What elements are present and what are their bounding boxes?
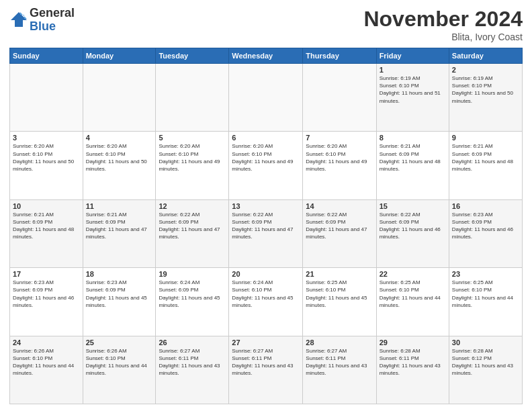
calendar-cell bbox=[156, 64, 229, 132]
calendar-cell: 24Sunrise: 6:26 AMSunset: 6:10 PMDayligh… bbox=[10, 336, 83, 404]
day-info: Sunrise: 6:25 AMSunset: 6:10 PMDaylight:… bbox=[452, 279, 519, 309]
calendar-cell: 11Sunrise: 6:21 AMSunset: 6:09 PMDayligh… bbox=[83, 199, 156, 267]
day-info: Sunrise: 6:23 AMSunset: 6:09 PMDaylight:… bbox=[13, 279, 80, 309]
col-thursday: Thursday bbox=[303, 48, 376, 64]
calendar-cell: 5Sunrise: 6:20 AMSunset: 6:10 PMDaylight… bbox=[156, 132, 229, 199]
day-number: 2 bbox=[452, 66, 519, 74]
calendar-cell: 14Sunrise: 6:22 AMSunset: 6:09 PMDayligh… bbox=[303, 199, 376, 267]
day-number: 18 bbox=[86, 270, 153, 278]
day-info: Sunrise: 6:20 AMSunset: 6:10 PMDaylight:… bbox=[13, 142, 80, 173]
day-number: 24 bbox=[13, 338, 80, 347]
calendar-week-3: 10Sunrise: 6:21 AMSunset: 6:09 PMDayligh… bbox=[10, 199, 523, 267]
col-wednesday: Wednesday bbox=[229, 48, 303, 64]
calendar-cell: 22Sunrise: 6:25 AMSunset: 6:10 PMDayligh… bbox=[376, 268, 449, 336]
day-number: 29 bbox=[380, 338, 446, 347]
logo-text: General Blue bbox=[30, 7, 75, 34]
calendar-cell: 17Sunrise: 6:23 AMSunset: 6:09 PMDayligh… bbox=[10, 268, 83, 336]
calendar-cell: 18Sunrise: 6:23 AMSunset: 6:09 PMDayligh… bbox=[83, 268, 156, 336]
day-info: Sunrise: 6:21 AMSunset: 6:09 PMDaylight:… bbox=[452, 142, 519, 173]
day-info: Sunrise: 6:25 AMSunset: 6:10 PMDaylight:… bbox=[380, 279, 446, 309]
calendar-cell: 29Sunrise: 6:28 AMSunset: 6:11 PMDayligh… bbox=[376, 336, 449, 404]
calendar-cell: 19Sunrise: 6:24 AMSunset: 6:09 PMDayligh… bbox=[156, 268, 229, 336]
calendar-cell: 27Sunrise: 6:27 AMSunset: 6:11 PMDayligh… bbox=[229, 336, 303, 404]
calendar-cell: 30Sunrise: 6:28 AMSunset: 6:12 PMDayligh… bbox=[449, 336, 522, 404]
calendar-cell: 12Sunrise: 6:22 AMSunset: 6:09 PMDayligh… bbox=[156, 199, 229, 267]
calendar-header: Sunday Monday Tuesday Wednesday Thursday… bbox=[10, 48, 523, 64]
day-info: Sunrise: 6:25 AMSunset: 6:10 PMDaylight:… bbox=[306, 279, 373, 309]
day-number: 7 bbox=[306, 134, 373, 142]
day-info: Sunrise: 6:24 AMSunset: 6:09 PMDaylight:… bbox=[159, 279, 226, 309]
day-number: 21 bbox=[306, 270, 373, 278]
day-info: Sunrise: 6:23 AMSunset: 6:09 PMDaylight:… bbox=[452, 211, 519, 241]
day-number: 23 bbox=[452, 270, 519, 278]
logo: General Blue bbox=[9, 7, 75, 34]
col-monday: Monday bbox=[83, 48, 156, 64]
calendar-cell bbox=[10, 64, 83, 132]
logo-icon bbox=[9, 11, 28, 30]
day-info: Sunrise: 6:22 AMSunset: 6:09 PMDaylight:… bbox=[159, 211, 226, 241]
col-friday: Friday bbox=[376, 48, 449, 64]
day-number: 10 bbox=[13, 202, 80, 210]
calendar-cell: 8Sunrise: 6:21 AMSunset: 6:09 PMDaylight… bbox=[376, 132, 449, 199]
day-info: Sunrise: 6:27 AMSunset: 6:11 PMDaylight:… bbox=[306, 347, 373, 377]
calendar-table: Sunday Monday Tuesday Wednesday Thursday… bbox=[9, 48, 523, 404]
day-number: 5 bbox=[159, 134, 226, 142]
logo-general: General bbox=[30, 7, 75, 20]
header: General Blue November 2024 Blita, Ivory … bbox=[9, 7, 523, 42]
calendar-cell: 20Sunrise: 6:24 AMSunset: 6:10 PMDayligh… bbox=[229, 268, 303, 336]
day-info: Sunrise: 6:22 AMSunset: 6:09 PMDaylight:… bbox=[380, 211, 446, 241]
calendar-cell: 15Sunrise: 6:22 AMSunset: 6:09 PMDayligh… bbox=[376, 199, 449, 267]
day-number: 12 bbox=[159, 202, 226, 210]
day-number: 20 bbox=[232, 270, 300, 278]
day-number: 8 bbox=[380, 134, 446, 142]
calendar-cell bbox=[229, 64, 303, 132]
calendar-cell: 1Sunrise: 6:19 AMSunset: 6:10 PMDaylight… bbox=[376, 64, 449, 132]
calendar-week-1: 1Sunrise: 6:19 AMSunset: 6:10 PMDaylight… bbox=[10, 64, 523, 132]
calendar-cell: 9Sunrise: 6:21 AMSunset: 6:09 PMDaylight… bbox=[449, 132, 522, 199]
day-number: 16 bbox=[452, 202, 519, 210]
day-info: Sunrise: 6:21 AMSunset: 6:09 PMDaylight:… bbox=[380, 142, 446, 173]
day-info: Sunrise: 6:24 AMSunset: 6:10 PMDaylight:… bbox=[232, 279, 300, 309]
calendar-cell: 21Sunrise: 6:25 AMSunset: 6:10 PMDayligh… bbox=[303, 268, 376, 336]
day-info: Sunrise: 6:21 AMSunset: 6:09 PMDaylight:… bbox=[86, 211, 153, 241]
col-saturday: Saturday bbox=[449, 48, 522, 64]
day-number: 26 bbox=[159, 338, 226, 347]
calendar-cell: 25Sunrise: 6:26 AMSunset: 6:10 PMDayligh… bbox=[83, 336, 156, 404]
day-number: 6 bbox=[232, 134, 300, 142]
day-info: Sunrise: 6:26 AMSunset: 6:10 PMDaylight:… bbox=[86, 347, 153, 377]
calendar-cell: 4Sunrise: 6:20 AMSunset: 6:10 PMDaylight… bbox=[83, 132, 156, 199]
calendar-week-4: 17Sunrise: 6:23 AMSunset: 6:09 PMDayligh… bbox=[10, 268, 523, 336]
calendar-cell: 7Sunrise: 6:20 AMSunset: 6:10 PMDaylight… bbox=[303, 132, 376, 199]
day-info: Sunrise: 6:28 AMSunset: 6:12 PMDaylight:… bbox=[452, 347, 519, 377]
day-number: 14 bbox=[306, 202, 373, 210]
day-info: Sunrise: 6:26 AMSunset: 6:10 PMDaylight:… bbox=[13, 347, 80, 377]
calendar-cell: 26Sunrise: 6:27 AMSunset: 6:11 PMDayligh… bbox=[156, 336, 229, 404]
day-info: Sunrise: 6:20 AMSunset: 6:10 PMDaylight:… bbox=[86, 142, 153, 173]
calendar-cell bbox=[303, 64, 376, 132]
day-number: 25 bbox=[86, 338, 153, 347]
day-number: 1 bbox=[380, 66, 446, 74]
title-area: November 2024 Blita, Ivory Coast bbox=[363, 7, 523, 42]
calendar-cell: 3Sunrise: 6:20 AMSunset: 6:10 PMDaylight… bbox=[10, 132, 83, 199]
page-container: General Blue November 2024 Blita, Ivory … bbox=[0, 0, 532, 411]
calendar-week-2: 3Sunrise: 6:20 AMSunset: 6:10 PMDaylight… bbox=[10, 132, 523, 199]
day-info: Sunrise: 6:21 AMSunset: 6:09 PMDaylight:… bbox=[13, 211, 80, 241]
calendar-cell: 23Sunrise: 6:25 AMSunset: 6:10 PMDayligh… bbox=[449, 268, 522, 336]
day-info: Sunrise: 6:20 AMSunset: 6:10 PMDaylight:… bbox=[232, 142, 300, 173]
day-number: 17 bbox=[13, 270, 80, 278]
col-sunday: Sunday bbox=[10, 48, 83, 64]
calendar-week-5: 24Sunrise: 6:26 AMSunset: 6:10 PMDayligh… bbox=[10, 336, 523, 404]
day-info: Sunrise: 6:19 AMSunset: 6:10 PMDaylight:… bbox=[452, 75, 519, 105]
month-title: November 2024 bbox=[363, 7, 523, 32]
calendar-cell bbox=[83, 64, 156, 132]
logo-blue: Blue bbox=[30, 20, 75, 34]
col-tuesday: Tuesday bbox=[156, 48, 229, 64]
calendar-cell: 10Sunrise: 6:21 AMSunset: 6:09 PMDayligh… bbox=[10, 199, 83, 267]
day-number: 3 bbox=[13, 134, 80, 142]
day-number: 28 bbox=[306, 338, 373, 347]
day-number: 19 bbox=[159, 270, 226, 278]
day-number: 22 bbox=[380, 270, 446, 278]
day-number: 13 bbox=[232, 202, 300, 210]
day-info: Sunrise: 6:20 AMSunset: 6:10 PMDaylight:… bbox=[159, 142, 226, 173]
day-number: 30 bbox=[452, 338, 519, 347]
